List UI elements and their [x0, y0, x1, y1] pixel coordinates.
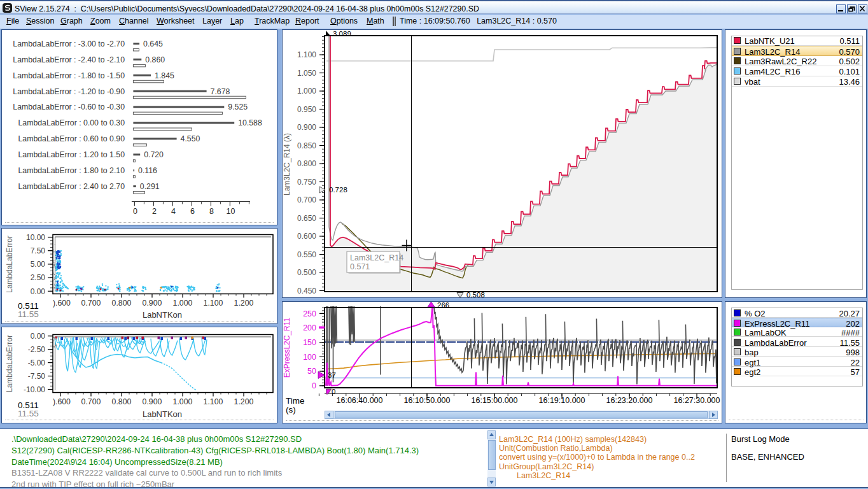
svg-text:16:06:40.000: 16:06:40.000: [337, 396, 383, 405]
svg-text:8: 8: [209, 207, 214, 216]
svg-text:1.200: 1.200: [234, 299, 254, 308]
svg-text:9.525: 9.525: [228, 103, 248, 111]
svg-text:Time: Time: [286, 396, 305, 406]
svg-text:37: 37: [328, 371, 336, 379]
svg-text:LambdaLabError: LambdaLabError: [5, 236, 14, 293]
svg-text:1.100: 1.100: [204, 299, 223, 308]
svg-text:2.50: 2.50: [31, 273, 46, 282]
svg-text:LambdaLabError : -1.20 to -0.9: LambdaLabError : -1.20 to -0.90: [13, 87, 125, 96]
svg-text:0.571: 0.571: [350, 262, 370, 271]
svg-text:0.900: 0.900: [143, 299, 162, 308]
svg-text:10.00: 10.00: [26, 233, 45, 242]
svg-text:0.291: 0.291: [140, 182, 160, 191]
svg-text:200: 200: [303, 323, 316, 332]
svg-text:5.00: 5.00: [31, 260, 46, 269]
svg-text:100: 100: [303, 353, 316, 362]
svg-text:4.550: 4.550: [181, 134, 200, 143]
svg-text:0.116: 0.116: [138, 166, 157, 175]
svg-text:0.00: 0.00: [31, 287, 46, 296]
svg-text:-2.50: -2.50: [28, 345, 46, 354]
svg-text:150: 150: [303, 338, 316, 347]
svg-text:0.800: 0.800: [112, 299, 132, 308]
svg-text:LambdaLabError : -3.00 to -2.7: LambdaLabError : -3.00 to -2.70: [13, 39, 125, 48]
svg-text:6: 6: [190, 207, 195, 216]
svg-text:16:27:30.000: 16:27:30.000: [674, 396, 720, 405]
svg-text:LambdaLabError: LambdaLabError: [5, 335, 14, 392]
svg-text:0.950: 0.950: [297, 105, 316, 114]
svg-text:1.200: 1.200: [234, 397, 254, 406]
svg-text:266: 266: [437, 301, 449, 309]
svg-text:0: 0: [312, 381, 316, 390]
svg-text:0.508: 0.508: [466, 291, 485, 298]
svg-text:LambdaLabError : 0.60 to 0.90: LambdaLabError : 0.60 to 0.90: [18, 134, 125, 143]
svg-text:3.089: 3.089: [333, 30, 351, 38]
svg-text:0: 0: [133, 207, 137, 216]
svg-text:-10.00: -10.00: [24, 385, 45, 394]
svg-text:4: 4: [171, 207, 176, 216]
svg-text:0.800: 0.800: [112, 397, 132, 406]
svg-text:0.645: 0.645: [143, 39, 163, 48]
svg-text:16:23:20.000: 16:23:20.000: [606, 396, 653, 405]
svg-text:16:10:50.000: 16:10:50.000: [404, 396, 451, 405]
svg-text:10.588: 10.588: [238, 118, 262, 127]
svg-text:0: 0: [332, 388, 335, 395]
svg-text:LabNTKon: LabNTKon: [143, 409, 182, 419]
svg-text:-7.50: -7.50: [28, 372, 46, 381]
svg-text:0.900: 0.900: [297, 123, 316, 132]
svg-text:0.650: 0.650: [297, 214, 316, 223]
svg-text:LambdaLabError : 1.80 to 2.10: LambdaLabError : 1.80 to 2.10: [18, 166, 125, 175]
svg-text:0.860: 0.860: [145, 55, 165, 64]
svg-text:1.000: 1.000: [173, 397, 193, 406]
svg-text:7.678: 7.678: [211, 87, 230, 96]
svg-text:LambdaLabError : -2.40 to -2.1: LambdaLabError : -2.40 to -2.10: [13, 55, 125, 64]
svg-text:0.800: 0.800: [297, 159, 316, 168]
svg-text:11.55: 11.55: [18, 409, 39, 418]
svg-text:0.00: 0.00: [31, 332, 46, 341]
svg-text:16:19:10.000: 16:19:10.000: [539, 396, 585, 405]
svg-text:1.050: 1.050: [297, 69, 316, 78]
svg-text:0.700: 0.700: [297, 195, 316, 204]
svg-text:LabNTKon: LabNTKon: [143, 310, 182, 320]
svg-text:1.845: 1.845: [155, 71, 174, 80]
svg-text:).600: ).600: [53, 299, 71, 308]
svg-text:250: 250: [303, 309, 316, 318]
svg-text:0.750: 0.750: [297, 178, 316, 187]
svg-text:0.550: 0.550: [297, 250, 316, 259]
svg-text:0.500: 0.500: [297, 268, 316, 277]
svg-text:0.728: 0.728: [329, 186, 347, 194]
svg-text:(s): (s): [286, 405, 296, 415]
svg-text:-5.00: -5.00: [28, 358, 46, 367]
svg-text:LambdaLabError : -1.80 to -1.5: LambdaLabError : -1.80 to -1.50: [13, 71, 125, 80]
svg-text:0.700: 0.700: [81, 397, 101, 406]
svg-text:0.720: 0.720: [144, 150, 164, 159]
svg-text:0.700: 0.700: [81, 299, 101, 308]
svg-text:7.50: 7.50: [31, 246, 46, 255]
svg-text:50: 50: [307, 367, 316, 376]
svg-text:0.450: 0.450: [297, 287, 316, 295]
svg-text:LambdaLabError : 0.00 to 0.30: LambdaLabError : 0.00 to 0.30: [18, 118, 125, 127]
svg-text:LambdaLabError : 2.40 to 2.70: LambdaLabError : 2.40 to 2.70: [18, 182, 125, 191]
svg-text:10: 10: [226, 207, 235, 216]
svg-text:LambdaLabError : 1.20 to 1.50: LambdaLabError : 1.20 to 1.50: [18, 150, 125, 159]
svg-text:ExPressL2C_R11: ExPressL2C_R11: [283, 317, 291, 378]
svg-text:Lam3L2C_R14: Lam3L2C_R14: [350, 253, 403, 262]
svg-text:Lam3L2C_R14 (λ): Lam3L2C_R14 (λ): [283, 133, 291, 195]
svg-text:LambdaLabError : -0.60 to -0.3: LambdaLabError : -0.60 to -0.30: [13, 103, 125, 111]
svg-text:0.850: 0.850: [297, 141, 316, 150]
svg-text:0.900: 0.900: [143, 397, 162, 406]
svg-text:1.000: 1.000: [297, 87, 316, 96]
svg-text:1.000: 1.000: [173, 299, 193, 308]
svg-text:1.100: 1.100: [297, 50, 316, 59]
svg-text:0.600: 0.600: [297, 232, 316, 241]
svg-text:11.55: 11.55: [18, 309, 39, 319]
svg-text:2: 2: [152, 207, 157, 216]
svg-text:16:15:00.000: 16:15:00.000: [472, 396, 518, 405]
svg-text:1.100: 1.100: [204, 397, 223, 406]
svg-text:).600: ).600: [53, 397, 71, 406]
